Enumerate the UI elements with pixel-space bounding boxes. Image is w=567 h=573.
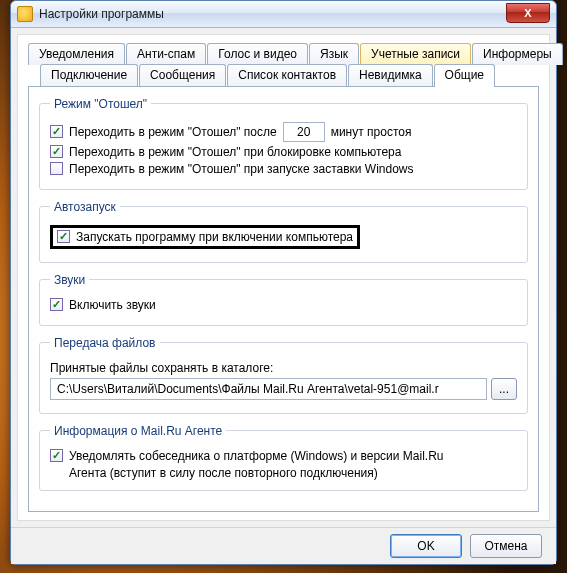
checkbox-away-after[interactable]: ✓ xyxy=(50,125,63,138)
tab-row2-0[interactable]: Подключение xyxy=(40,64,138,87)
highlight-autostart: ✓ Запускать программу при включении комп… xyxy=(50,225,360,249)
group-autostart-legend: Автозапуск xyxy=(50,200,120,214)
tab-row1-2[interactable]: Голос и видео xyxy=(207,43,308,65)
input-away-minutes[interactable] xyxy=(283,122,325,142)
group-sounds: Звуки ✓ Включить звуки xyxy=(39,273,528,326)
input-files-path[interactable] xyxy=(50,378,487,400)
checkbox-info[interactable]: ✓ xyxy=(50,449,63,462)
ok-button[interactable]: OK xyxy=(390,534,462,558)
group-sounds-legend: Звуки xyxy=(50,273,89,287)
checkbox-autostart[interactable]: ✓ xyxy=(57,230,70,243)
tab-row2-3[interactable]: Невидимка xyxy=(348,64,433,87)
tab-row1-4[interactable]: Учетные записи xyxy=(360,43,471,65)
tab-panel-general: Режим "Отошел" ✓ Переходить в режим "Ото… xyxy=(28,86,539,512)
close-button[interactable]: X xyxy=(506,3,550,23)
label-autostart: Запускать программу при включении компью… xyxy=(76,230,353,244)
group-autostart: Автозапуск ✓ Запускать программу при вкл… xyxy=(39,200,528,263)
label-away-lock: Переходить в режим "Отошел" при блокиров… xyxy=(69,145,401,159)
tab-row2-2[interactable]: Список контактов xyxy=(227,64,347,87)
group-info: Информация о Mail.Ru Агенте ✓ Уведомлять… xyxy=(39,424,528,491)
label-info-line2: Агента (вступит в силу после повторного … xyxy=(69,466,517,480)
dialog-footer: OK Отмена xyxy=(11,527,556,564)
checkbox-away-screensaver[interactable]: ✓ xyxy=(50,162,63,175)
group-away-legend: Режим "Отошел" xyxy=(50,97,151,111)
tab-row1-5[interactable]: Информеры xyxy=(472,43,563,65)
label-away-suffix: минут простоя xyxy=(331,125,412,139)
tab-row1-0[interactable]: Уведомления xyxy=(28,43,125,65)
group-files-legend: Передача файлов xyxy=(50,336,160,350)
tab-row1-1[interactable]: Анти-спам xyxy=(126,43,206,65)
titlebar[interactable]: Настройки программы X xyxy=(11,1,556,28)
tab-row2-1[interactable]: Сообщения xyxy=(139,64,226,87)
label-away-after: Переходить в режим "Отошел" после xyxy=(69,125,277,139)
tab-row1-3[interactable]: Язык xyxy=(309,43,359,65)
window-title: Настройки программы xyxy=(39,7,164,21)
client-area: УведомленияАнти-спамГолос и видеоЯзыкУче… xyxy=(17,34,550,521)
tab-row2-4[interactable]: Общие xyxy=(434,64,495,87)
group-files: Передача файлов Принятые файлы сохранять… xyxy=(39,336,528,414)
checkbox-sounds[interactable]: ✓ xyxy=(50,298,63,311)
label-sounds: Включить звуки xyxy=(69,298,156,312)
settings-dialog: Настройки программы X УведомленияАнти-сп… xyxy=(10,0,557,565)
cancel-button[interactable]: Отмена xyxy=(470,534,542,558)
checkbox-away-lock[interactable]: ✓ xyxy=(50,145,63,158)
group-away: Режим "Отошел" ✓ Переходить в режим "Ото… xyxy=(39,97,528,190)
label-away-screensaver: Переходить в режим "Отошел" при запуске … xyxy=(69,162,414,176)
browse-button[interactable]: ... xyxy=(491,378,517,400)
tabs-row-1: УведомленияАнти-спамГолос и видеоЯзыкУче… xyxy=(28,43,539,65)
app-icon xyxy=(17,6,33,22)
label-files-caption: Принятые файлы сохранять в каталоге: xyxy=(50,361,273,375)
label-info-line1: Уведомлять собеседника о платформе (Wind… xyxy=(69,449,444,463)
tabs-row-2: ПодключениеСообщенияСписок контактовНеви… xyxy=(28,64,539,87)
group-info-legend: Информация о Mail.Ru Агенте xyxy=(50,424,226,438)
